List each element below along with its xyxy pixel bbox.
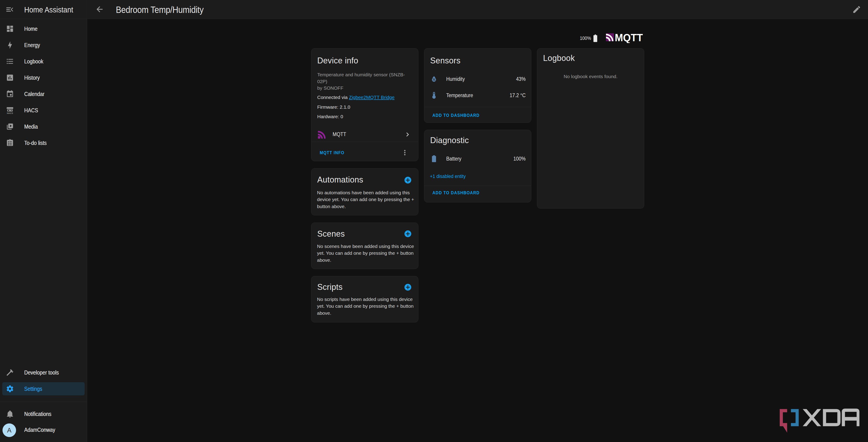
svg-text:MQTT: MQTT [615, 33, 643, 43]
svg-text:HACS: HACS [7, 112, 13, 114]
